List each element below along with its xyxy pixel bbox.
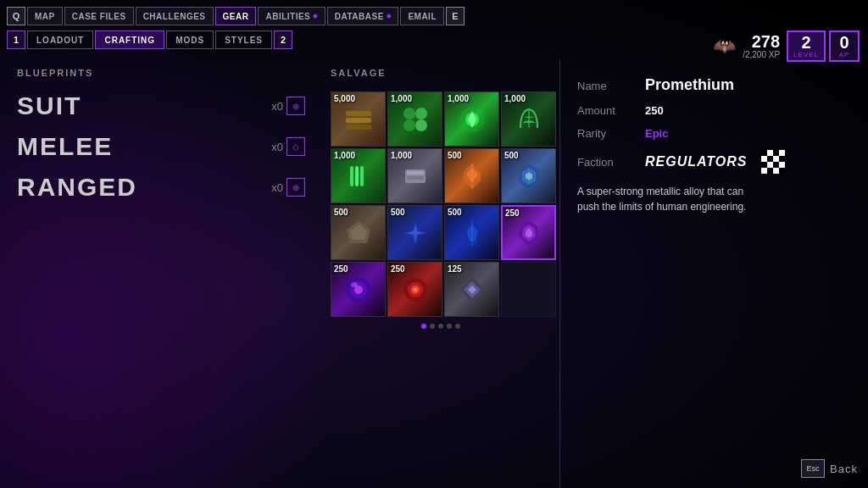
blueprint-melee-icon: ◇ <box>287 137 305 156</box>
item-count-3: 1,000 <box>504 94 526 103</box>
level-box: 2 LEVEL <box>787 30 826 62</box>
page-dot-2 <box>430 324 435 329</box>
sub-key-1: 1 <box>7 30 25 49</box>
salvage-item-0[interactable]: 5,000 <box>331 92 386 147</box>
svg-point-6 <box>415 119 427 131</box>
detail-faction-row: Faction REGULATORS <box>577 150 851 174</box>
nav-case-files[interactable]: CASE FILES <box>64 7 134 25</box>
item-count-10: 500 <box>448 208 462 217</box>
detail-panel: Name Promethium Amount 250 Rarity Epic F… <box>559 59 868 488</box>
ap-label: AP <box>836 51 853 58</box>
svg-point-36 <box>414 288 417 291</box>
sub-key-2: 2 <box>274 30 292 49</box>
blueprint-suit-count: x0 <box>271 100 283 113</box>
item-count-0: 5,000 <box>334 94 355 103</box>
svg-rect-10 <box>355 166 359 186</box>
detail-faction-label: Faction <box>577 156 645 169</box>
item-count-13: 250 <box>391 264 405 274</box>
detail-amount-label: Amount <box>577 104 645 117</box>
item-count-8: 500 <box>334 208 348 217</box>
bat-icon: 🦇 <box>713 36 736 58</box>
salvage-item-3[interactable]: 1,000 <box>501 92 556 147</box>
blueprints-panel: BLUEPRINTS SUIT x0 ⊕ MELEE x0 ◇ RANGED x… <box>0 59 322 488</box>
detail-rarity-row: Rarity Epic <box>577 127 851 140</box>
salvage-item-14[interactable]: 125 <box>444 262 499 317</box>
salvage-item-7[interactable]: 500 <box>501 148 556 203</box>
page-dot-3 <box>438 324 443 329</box>
salvage-pagination <box>331 324 551 329</box>
svg-rect-9 <box>350 166 353 186</box>
salvage-item-empty <box>501 262 556 317</box>
sub-crafting[interactable]: CRAFTING <box>95 30 164 49</box>
salvage-panel: SALVAGE 5,000 <box>322 59 559 488</box>
page-dot-4 <box>447 324 452 329</box>
detail-name-label: Name <box>577 80 645 92</box>
level-label: LEVEL <box>793 51 819 58</box>
blueprint-ranged-icon: ⊕ <box>287 178 305 197</box>
sub-nav: 1 LOADOUT CRAFTING MODS STYLES 2 <box>7 30 292 49</box>
item-count-9: 500 <box>391 208 405 217</box>
salvage-item-8[interactable]: 500 <box>331 205 386 260</box>
item-count-6: 500 <box>448 151 462 160</box>
svg-point-32 <box>351 282 358 287</box>
nav-abilities[interactable]: ABILITIES <box>258 7 325 25</box>
salvage-grid: 5,000 1,000 <box>331 92 551 317</box>
salvage-item-11[interactable]: 250 <box>501 205 556 260</box>
top-nav: Q MAP CASE FILES CHALLENGES GEAR ABILITI… <box>7 7 465 25</box>
svg-point-3 <box>403 108 415 119</box>
item-count-7: 500 <box>504 151 519 160</box>
back-button[interactable]: Esc Back <box>801 459 858 478</box>
blueprint-melee-count: x0 <box>271 141 283 153</box>
salvage-item-13[interactable]: 250 <box>387 262 442 317</box>
salvage-item-5[interactable]: 1,000 <box>387 148 442 203</box>
blueprint-suit[interactable]: SUIT x0 ⊕ <box>17 92 305 120</box>
nav-database[interactable]: DATABASE <box>327 7 399 25</box>
item-count-12: 250 <box>334 264 348 274</box>
blueprint-suit-name: SUIT <box>17 92 271 120</box>
salvage-item-10[interactable]: 500 <box>444 205 499 260</box>
salvage-item-6[interactable]: 500 <box>444 148 499 203</box>
item-count-5: 1,000 <box>391 151 412 160</box>
salvage-item-9[interactable]: 500 <box>387 205 442 260</box>
detail-amount-value: 250 <box>645 104 664 117</box>
nav-email[interactable]: EMAIL <box>400 7 444 25</box>
detail-rarity-label: Rarity <box>577 127 645 140</box>
svg-point-5 <box>403 119 415 131</box>
detail-faction-value: REGULATORS <box>645 154 748 169</box>
salvage-item-4[interactable]: 1,000 <box>331 148 386 203</box>
item-count-1: 1,000 <box>391 94 412 103</box>
xp-total: /2,200 XP <box>743 50 780 59</box>
detail-description: A super-strong metallic alloy that can p… <box>577 184 764 214</box>
ap-number: 0 <box>836 34 853 51</box>
salvage-item-12[interactable]: 250 <box>331 262 386 317</box>
faction-qr-icon <box>761 150 785 174</box>
back-label: Back <box>830 463 858 475</box>
detail-rarity-value: Epic <box>645 127 668 140</box>
page-dot-5 <box>455 324 460 329</box>
xp-info: 278 /2,200 XP <box>743 33 780 59</box>
nav-gear[interactable]: GEAR <box>215 7 257 25</box>
page-dot-1 <box>421 324 426 329</box>
salvage-title: SALVAGE <box>331 68 551 78</box>
blueprint-melee[interactable]: MELEE x0 ◇ <box>17 132 305 161</box>
svg-rect-0 <box>346 111 371 116</box>
salvage-item-2[interactable]: 1,000 <box>444 92 499 147</box>
xp-value: 278 <box>743 33 780 50</box>
nav-challenges[interactable]: CHALLENGES <box>136 7 214 25</box>
sub-loadout[interactable]: LOADOUT <box>27 30 93 49</box>
svg-rect-14 <box>407 176 424 180</box>
main-content: BLUEPRINTS SUIT x0 ⊕ MELEE x0 ◇ RANGED x… <box>0 59 868 488</box>
blueprint-ranged[interactable]: RANGED x0 ⊕ <box>17 173 305 202</box>
detail-name-value: Promethium <box>645 76 734 94</box>
detail-amount-row: Amount 250 <box>577 104 851 117</box>
blueprint-suit-icon: ⊕ <box>287 97 305 115</box>
svg-rect-11 <box>360 166 364 186</box>
sub-styles[interactable]: STYLES <box>215 30 272 49</box>
level-number: 2 <box>793 34 819 51</box>
nav-map[interactable]: MAP <box>27 7 63 25</box>
sub-mods[interactable]: MODS <box>166 30 214 49</box>
salvage-item-1[interactable]: 1,000 <box>387 92 442 147</box>
esc-key: Esc <box>801 459 825 478</box>
hud: 🦇 278 /2,200 XP 2 LEVEL 0 AP <box>713 30 860 62</box>
blueprint-ranged-name: RANGED <box>17 173 271 202</box>
